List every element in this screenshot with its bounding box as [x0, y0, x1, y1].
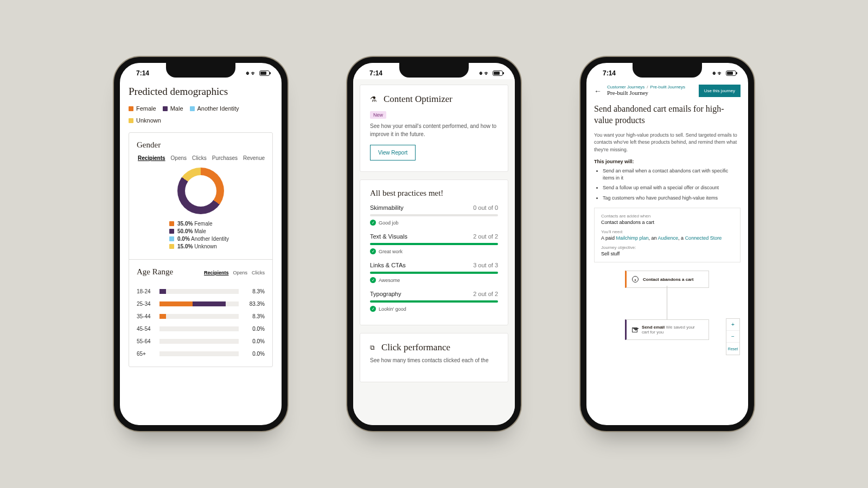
age-row: 18-248.3% [137, 288, 265, 294]
gender-breakdown: 35.0% Female50.0% Male0.0% Another Ident… [137, 221, 265, 249]
demographics-card: Gender Recipients Opens Clicks Purchases… [129, 132, 273, 367]
page-header: ← Customer Journeys / Pre-built Journeys… [594, 85, 741, 97]
phone-optimizer: 7:14 ◉ ᯤ ⚗ Content Optimizer New See how… [347, 57, 521, 431]
zoom-in-button[interactable]: + [726, 319, 739, 331]
gender-legend-row: 35.0% Female [169, 221, 212, 227]
list-item: Tag customers who have purchased high-va… [603, 195, 741, 202]
zoom-reset-button[interactable]: Reset [726, 343, 739, 355]
check-icon: ✓ [370, 277, 376, 283]
zoom-controls: + − Reset [726, 318, 740, 355]
best-practice-item: Text & Visuals2 out of 2 ✓Great work [370, 233, 498, 254]
age-range-chart: 18-248.3%25-3483.3%35-448.3%45-540.0%55-… [137, 288, 265, 357]
status-time: 7:14 [603, 69, 616, 77]
list-item: Send a follow up email with a special of… [603, 184, 741, 191]
phone-notch [399, 62, 469, 78]
phone-notch [633, 62, 702, 78]
audience-link[interactable]: Audience [658, 235, 679, 241]
age-row: 55-640.0% [137, 338, 265, 344]
gender-legend-row: 0.0% Another Identity [169, 236, 229, 242]
optimizer-desc: See how your email's content performed, … [370, 122, 498, 138]
breadcrumb: Customer Journeys / Pre-built Journeys [607, 85, 685, 89]
click-performance-panel: ⧉ Click performance See how many times c… [360, 333, 508, 382]
journey-title: Send abandoned cart emails for high-valu… [594, 104, 741, 126]
age-tab-opens[interactable]: Opens [233, 270, 247, 275]
click-perf-desc: See how many times contacts clicked each… [370, 356, 498, 364]
mailchimp-plan-link[interactable]: Mailchimp plan [616, 235, 649, 241]
journey-desc: You want your high-value products to sel… [594, 132, 741, 154]
age-row: 25-3483.3% [137, 301, 265, 307]
best-practice-item: Links & CTAs3 out of 3 ✓Awesome [370, 262, 498, 283]
click-perf-title: Click performance [381, 342, 450, 353]
tab-recipients[interactable]: Recipients [138, 155, 165, 161]
check-icon: ✓ [370, 220, 376, 226]
age-title: Age Range [137, 267, 173, 277]
back-arrow-icon[interactable]: ← [594, 87, 602, 95]
trigger-icon: ▸ [632, 276, 639, 282]
journey-info-card: Contacts are added when Contact abandons… [594, 208, 741, 262]
tab-opens[interactable]: Opens [171, 155, 187, 161]
battery-icon [493, 70, 503, 76]
status-time: 7:14 [369, 69, 382, 77]
age-row: 35-448.3% [137, 313, 265, 319]
list-item: Send an email when a contact abandons ca… [603, 168, 741, 181]
wifi-icon: ◉ ᯤ [246, 70, 257, 76]
check-icon: ✓ [370, 306, 376, 312]
breadcrumb-item[interactable]: Customer Journeys [607, 85, 644, 89]
use-journey-button[interactable]: Use this journey [699, 85, 741, 97]
phone-notch [166, 62, 235, 78]
journey-will-list: Send an email when a contact abandons ca… [594, 168, 741, 201]
journey-flow: ▸ Contact abandons a cart Send email We … [594, 270, 741, 362]
phone-demographics: 7:14 ◉ ᯤ Predicted demographics Female M… [114, 57, 288, 431]
optimizer-title: Content Optimizer [384, 94, 452, 105]
zoom-out-button[interactable]: − [726, 331, 739, 343]
age-row: 45-540.0% [137, 326, 265, 332]
battery-icon [726, 70, 736, 76]
wifi-icon: ◉ ᯤ [479, 70, 490, 76]
gender-tabs: Recipients Opens Clicks Purchases Revenu… [137, 155, 265, 161]
new-badge: New [370, 111, 386, 119]
need-value: A paid Mailchimp plan, an Audience, a Co… [601, 235, 733, 241]
view-report-button[interactable]: View Report [370, 145, 416, 160]
gender-legend-row: 15.0% Unknown [169, 243, 217, 249]
flask-icon: ⚗ [370, 95, 377, 104]
age-tab-recipients[interactable]: Recipients [204, 270, 229, 275]
phone-journey: 7:14 ◉ ᯤ ← Customer Journeys / Pre-built… [580, 57, 754, 431]
age-tab-clicks[interactable]: Clicks [252, 270, 265, 275]
age-row: 65+0.0% [137, 351, 265, 357]
header-title: Pre-built Journey [607, 89, 685, 97]
check-icon: ✓ [370, 248, 376, 254]
battery-icon [259, 70, 270, 76]
page-title: Predicted demographics [129, 86, 273, 98]
connected-store-link[interactable]: Connected Store [685, 235, 722, 241]
tab-revenue[interactable]: Revenue [243, 155, 265, 161]
gender-legend-top: Female Male Another Identity Unknown [129, 105, 273, 124]
journey-will-label: This journey will: [594, 159, 741, 164]
tab-purchases[interactable]: Purchases [212, 155, 238, 161]
cursor-icon: ⧉ [370, 344, 375, 351]
gender-donut-chart [177, 168, 224, 214]
best-practice-item: Skimmability0 out of 0 ✓Good job [370, 204, 498, 226]
best-practices-title: All best practices met! [370, 189, 498, 198]
flow-connector [667, 286, 667, 319]
envelope-icon [632, 328, 637, 332]
wifi-icon: ◉ ᯤ [712, 70, 723, 76]
gender-title: Gender [137, 140, 265, 150]
flow-email-node[interactable]: Send email We saved your cart for you [625, 319, 709, 340]
best-practices-panel: All best practices met! Skimmability0 ou… [360, 179, 508, 325]
tab-clicks[interactable]: Clicks [192, 155, 207, 161]
gender-legend-row: 50.0% Male [169, 228, 206, 234]
status-time: 7:14 [136, 69, 149, 77]
breadcrumb-item[interactable]: Pre-built Journeys [650, 85, 685, 89]
best-practice-item: Typography2 out of 2 ✓Lookin' good [370, 291, 498, 312]
content-optimizer-panel: ⚗ Content Optimizer New See how your ema… [360, 85, 508, 172]
